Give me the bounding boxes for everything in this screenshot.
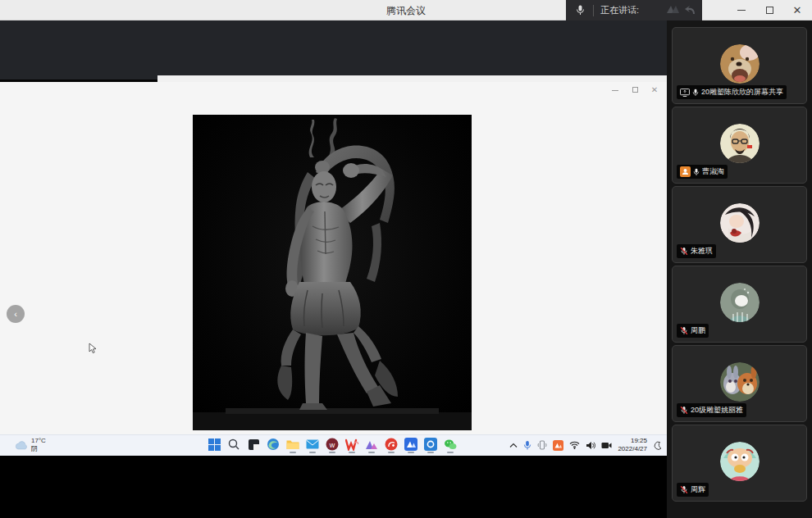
participant-tile[interactable]: 20级雕塑姚丽雅: [672, 345, 807, 422]
avatar: [720, 442, 760, 481]
reply-arrow-icon: [684, 2, 697, 17]
minimize-button[interactable]: [730, 2, 753, 20]
speaker-icon[interactable]: [586, 441, 595, 450]
search-icon[interactable]: [226, 437, 241, 452]
participant-name: 周辉: [691, 484, 705, 495]
meeting-logo-icon: [664, 2, 697, 17]
previous-image-button[interactable]: ‹: [7, 305, 25, 323]
microphone-icon: [576, 5, 585, 16]
speaking-banner: 正在讲话:: [566, 0, 702, 20]
shared-screen-background: [0, 20, 667, 80]
participant-tile[interactable]: 周鹏: [672, 266, 807, 343]
weather-condition: 阴: [31, 445, 46, 453]
avatar: [720, 362, 760, 402]
tray-device-icon[interactable]: [537, 440, 547, 450]
start-button[interactable]: [207, 437, 221, 452]
participant-tile[interactable]: 朱雅琪: [672, 186, 807, 263]
cloud-icon: [15, 441, 28, 450]
mountain-app-icon[interactable]: [364, 437, 379, 452]
tencent-meeting-icon[interactable]: [404, 437, 418, 452]
screen-share-icon: [680, 89, 690, 97]
file-explorer-icon[interactable]: [285, 437, 300, 452]
microphone-on-icon: [692, 89, 699, 97]
focus-assist-moon-icon[interactable]: [653, 441, 662, 450]
wps-office-icon[interactable]: [344, 437, 359, 452]
tray-time: 19:25: [618, 437, 647, 445]
w-app-icon[interactable]: w: [325, 437, 340, 452]
speaking-label: 正在讲话:: [600, 4, 639, 16]
tray-date: 2022/4/27: [618, 445, 647, 453]
mouse-cursor: [89, 343, 98, 354]
wifi-icon[interactable]: [569, 441, 580, 449]
close-button[interactable]: ✕: [786, 2, 809, 20]
viewer-close-button[interactable]: ✕: [649, 85, 660, 94]
camera-icon[interactable]: [601, 442, 612, 449]
tray-microphone-icon[interactable]: [523, 440, 531, 451]
tencent-meeting-window: 腾讯会议 正在讲话: ✕: [0, 0, 812, 518]
microphone-muted-icon: [680, 485, 688, 494]
windows-taskbar: 17°C 阴: [0, 434, 667, 456]
microphone-on-icon: [693, 168, 700, 176]
letterbox-area: 20雕塑陈欣欣的屏幕共享: [0, 456, 667, 518]
viewer-maximize-button[interactable]: [629, 85, 641, 94]
avatar: [720, 283, 760, 322]
participant-name: 20级雕塑姚丽雅: [691, 405, 743, 416]
participant-tile[interactable]: 周辉: [672, 425, 807, 502]
titlebar: 腾讯会议 正在讲话: ✕: [0, 0, 812, 20]
participant-tile[interactable]: 20雕塑陈欣欣的屏幕共享: [672, 27, 807, 104]
taskbar-weather-widget[interactable]: 17°C 阴: [15, 437, 46, 453]
participant-name: 周鹏: [691, 325, 705, 336]
host-badge-icon: [680, 166, 691, 177]
avatar: [720, 203, 760, 243]
red-music-app-icon[interactable]: [384, 437, 399, 452]
mail-icon[interactable]: [305, 437, 320, 452]
tray-clock[interactable]: 19:25 2022/4/27: [618, 437, 647, 453]
participant-name: 20雕塑陈欣欣的屏幕共享: [701, 87, 783, 98]
wechat-icon[interactable]: [443, 437, 458, 452]
edge-browser-icon[interactable]: [266, 437, 281, 452]
viewer-minimize-button[interactable]: [609, 85, 621, 94]
shared-screen-area: ✕: [0, 20, 667, 518]
maximize-button[interactable]: [758, 2, 781, 20]
microphone-muted-icon: [680, 406, 688, 415]
divider: [593, 5, 594, 16]
blue-o-app-icon[interactable]: [423, 437, 438, 452]
participant-name: 朱雅琪: [691, 246, 713, 257]
microphone-muted-icon: [680, 247, 688, 256]
participants-sidebar: 20雕塑陈欣欣的屏幕共享 曹淑淘 朱雅琪: [667, 20, 812, 518]
avatar: [720, 44, 760, 84]
avatar: [720, 124, 760, 163]
svg-text:w: w: [329, 441, 335, 449]
image-viewer-window: ✕: [0, 82, 667, 455]
weather-temp: 17°C: [31, 437, 46, 445]
task-view-icon[interactable]: [246, 437, 261, 452]
tray-expand-chevron-icon[interactable]: [509, 443, 518, 448]
tray-meeting-app-icon[interactable]: [553, 440, 563, 451]
microphone-muted-icon: [680, 326, 688, 335]
statue-image: [193, 115, 472, 430]
participant-tile[interactable]: 曹淑淘: [672, 107, 807, 184]
participant-name: 曹淑淘: [702, 166, 724, 177]
